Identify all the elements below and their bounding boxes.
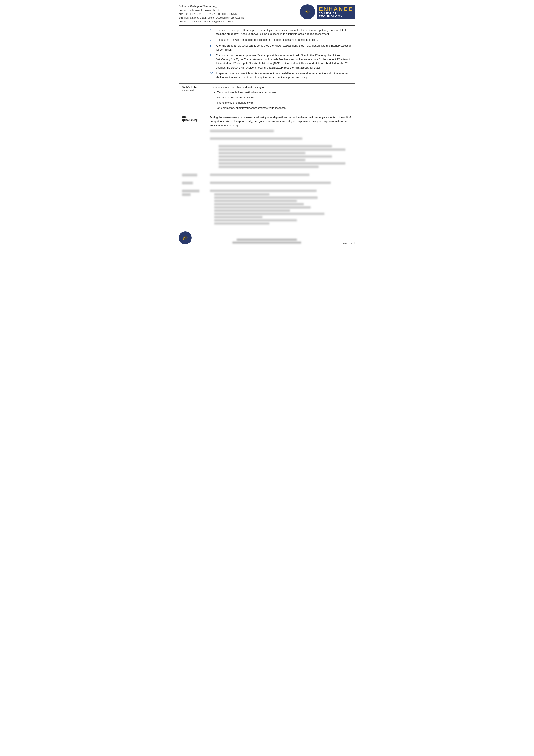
list-item: 9. The student will receive up to two (2…: [210, 53, 352, 69]
blur-line: [210, 137, 302, 140]
list-item: There is only one right answer.: [214, 101, 352, 105]
blurred-content-line: [210, 174, 309, 176]
blurred-content-line: [214, 209, 290, 212]
blurred-label: [182, 190, 199, 192]
footer-blur-line-2: [232, 241, 301, 244]
item-num-7: 7.: [210, 38, 216, 42]
item-text-9: The student will receive up to two (2) a…: [216, 53, 352, 69]
blurred-content-cell-3: [207, 187, 355, 228]
logo-banner: ENHANCE COLLEGE OF TECHNOLOGY: [317, 5, 355, 19]
list-item: 6. The student is required to complete t…: [210, 28, 352, 37]
list-item: 8. After the student has successfully co…: [210, 44, 352, 52]
oral-label-cell: Oral Questioning: [179, 113, 207, 172]
list-item: Each multiple-choice question has four r…: [214, 91, 352, 94]
oral-row: Oral Questioning During the assessment y…: [179, 113, 355, 172]
tasks-row: Task/s to be assessed The tasks you will…: [179, 84, 355, 113]
logo-enhance-text: ENHANCE: [319, 6, 353, 12]
logo-circle: 🎓: [300, 4, 315, 19]
blurred-content-line: [214, 206, 311, 208]
page-header: Enhance College of Technology Enhance Pr…: [179, 4, 355, 26]
blurred-oral-continuation: [210, 130, 352, 168]
item-text-10: In special circumstances this written as…: [216, 71, 352, 80]
list-item: On completion, submit your assessment to…: [214, 106, 352, 110]
blur-line: [218, 145, 332, 148]
blur-line: [218, 166, 319, 168]
logo-circle-inner: 🎓: [301, 5, 314, 18]
blurred-content-line: [214, 222, 269, 225]
tasks-bullet-list: Each multiple-choice question has four r…: [210, 91, 352, 110]
instructions-row: 6. The student is required to complete t…: [179, 26, 355, 84]
blurred-content-line: [214, 216, 263, 218]
blurred-content-line: [214, 200, 297, 202]
blurred-label: [182, 182, 193, 184]
page-footer: 🎓 Page 11 of 88: [179, 231, 355, 244]
logo-technology-text: TECHNOLOGY: [319, 14, 343, 18]
blurred-label: [182, 193, 191, 196]
blurred-content-line: [214, 219, 297, 222]
tasks-content-cell: The tasks you will be observed undertaki…: [207, 84, 355, 113]
footer-blur-line-1: [237, 239, 297, 241]
blurred-content-cell-1: [207, 171, 355, 179]
task-bullet-1: Each multiple-choice question has four r…: [217, 91, 277, 94]
item-text-6: The student is required to complete the …: [216, 28, 352, 37]
blurred-content-line: [214, 197, 318, 199]
footer-logo: 🎓: [179, 231, 191, 244]
tasks-label: Task/s to be assessed: [182, 86, 197, 92]
blurred-row-3: [179, 187, 355, 228]
header-abn-rto: ABN: 821 6587 1572 RTO: 41531 CRICOS: 03…: [179, 12, 244, 16]
tasks-label-cell: Task/s to be assessed: [179, 84, 207, 113]
blurred-label-cell-1: [179, 171, 207, 179]
blurred-content-line: [210, 182, 331, 184]
blurred-label: [182, 174, 197, 176]
logo-college-text: COLLEGE OF: [319, 12, 337, 14]
blur-line: [210, 130, 274, 132]
blurred-row-2: [179, 179, 355, 187]
sub-name: Enhance Professional Training Pty Ltd: [179, 9, 244, 12]
item-num-8: 8.: [210, 44, 216, 52]
tasks-intro: The tasks you will be observed undertaki…: [210, 86, 352, 89]
header-left: Enhance College of Technology Enhance Pr…: [179, 4, 244, 24]
footer-hat-icon: 🎓: [182, 235, 188, 241]
item-num-9: 9.: [210, 53, 216, 69]
main-content-table: 6. The student is required to complete t…: [179, 26, 355, 228]
instructions-list: 6. The student is required to complete t…: [210, 28, 352, 80]
blurred-row-1: [179, 171, 355, 179]
blur-line: [218, 155, 332, 158]
item-text-8: After the student has successfully compl…: [216, 44, 352, 52]
blurred-content-line: [214, 213, 324, 215]
oral-content-cell: During the assessment your assessor will…: [207, 113, 355, 172]
oral-label: Oral Questioning: [182, 116, 198, 122]
instructions-label-cell: [179, 26, 207, 84]
blurred-content-line: [210, 190, 317, 192]
list-item: 7. The student answers should be recorde…: [210, 38, 352, 42]
list-item: 10. In special circumstances this writte…: [210, 71, 352, 80]
blurred-content-cell-2: [207, 179, 355, 187]
footer-text-block: [191, 238, 342, 244]
oral-intro-text: During the assessment your assessor will…: [210, 116, 352, 127]
footer-page-number: Page 11 of 88: [342, 242, 355, 244]
header-address: 2/35 Manilla Street, East Brisbane, Quee…: [179, 16, 244, 20]
blurred-content-line: [214, 193, 269, 196]
blur-line: [218, 152, 305, 154]
org-name: Enhance College of Technology: [179, 4, 244, 9]
item-num-10: 10.: [210, 71, 216, 80]
blur-line: [218, 162, 345, 165]
blur-line: [218, 159, 305, 161]
item-num-6: 6.: [210, 28, 216, 37]
graduation-hat-icon: 🎓: [305, 9, 310, 14]
blurred-sub-list: [210, 193, 352, 225]
list-item: You are to answer all questions.: [214, 96, 352, 100]
item-text-7: The student answers should be recorded i…: [216, 38, 352, 42]
task-bullet-2: You are to answer all questions.: [217, 96, 255, 100]
blurred-content-line: [214, 203, 304, 205]
task-bullet-3: There is only one right answer.: [217, 101, 253, 105]
header-contact: Phone: 07 3895 8393 email: info@enhance.…: [179, 20, 244, 24]
instructions-content-cell: 6. The student is required to complete t…: [207, 26, 355, 84]
blur-line: [218, 148, 345, 151]
header-right: 🎓 ENHANCE COLLEGE OF TECHNOLOGY: [300, 4, 355, 19]
blurred-label-cell-2: [179, 179, 207, 187]
blurred-label-cell-3: [179, 187, 207, 228]
task-bullet-4: On completion, submit your assessment to…: [217, 106, 286, 110]
